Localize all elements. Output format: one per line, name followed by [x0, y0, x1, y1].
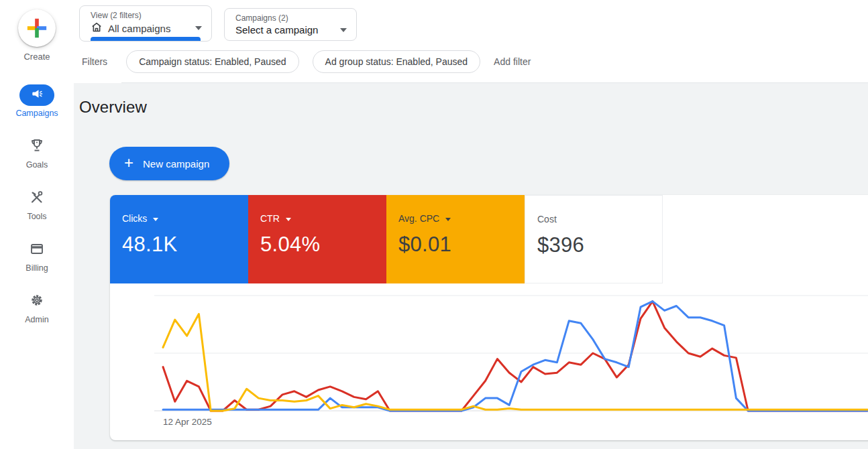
filters-bar: Filters Campaign status: Enabled, Paused… — [79, 50, 868, 82]
scorecard-label: Cost — [537, 214, 557, 224]
chevron-down-icon — [153, 218, 158, 221]
google-ads-app: Create Campaigns — [0, 0, 868, 449]
filter-chip-ad-group-status[interactable]: Ad group status: Enabled, Paused — [313, 50, 480, 73]
add-filter-button[interactable]: Add filter — [494, 56, 531, 67]
overview-content: Overview + New campaign Clicks 48.1K CTR… — [74, 83, 868, 449]
scorecard-label: Clicks — [122, 213, 147, 224]
chevron-down-icon — [195, 26, 202, 30]
megaphone-icon — [30, 87, 44, 103]
sidebar-item-admin[interactable]: Admin — [19, 291, 54, 324]
scorecard-value: 48.1K — [122, 233, 248, 257]
plus-icon: + — [124, 155, 133, 171]
scorecard-clicks[interactable]: Clicks 48.1K — [110, 195, 248, 283]
scorecard-label: Avg. CPC — [398, 213, 439, 224]
chart-series-avg-cpc — [163, 314, 867, 411]
view-dropdown-label: View (2 filters) — [91, 11, 202, 20]
new-campaign-label: New campaign — [143, 158, 209, 170]
line-chart-canvas — [110, 284, 868, 440]
campaign-dropdown-value: Select a campaign — [235, 24, 318, 36]
chart-series-ctr — [163, 302, 867, 411]
active-view-indicator — [91, 37, 201, 41]
create-label: Create — [18, 52, 56, 62]
scorecard-label: CTR — [260, 213, 280, 224]
sidebar-item-billing[interactable]: Billing — [19, 239, 54, 273]
overview-card: Clicks 48.1K CTR 5.04% Avg. CPC $0.01 Co… — [110, 195, 868, 440]
sidebar-item-label: Campaigns — [15, 109, 58, 118]
sidebar-item-label: Tools — [27, 212, 46, 221]
sidebar-item-label: Admin — [25, 315, 48, 324]
wrench-hammer-icon — [29, 189, 45, 208]
chevron-down-icon — [445, 218, 451, 221]
sidebar-item-tools[interactable]: Tools — [19, 188, 54, 221]
campaign-dropdown[interactable]: Campaigns (2) Select a campaign — [224, 8, 357, 41]
home-icon — [91, 21, 103, 35]
campaign-dropdown-label: Campaigns (2) — [235, 13, 347, 23]
topbar: View (2 filters) All campaigns — [74, 0, 868, 83]
scorecard-row: Clicks 48.1K CTR 5.04% Avg. CPC $0.01 Co… — [110, 195, 868, 283]
sidebar-item-campaigns[interactable]: Campaigns — [15, 84, 58, 118]
new-campaign-button[interactable]: + New campaign — [109, 147, 229, 180]
sidebar: Create Campaigns — [0, 0, 74, 449]
view-dropdown-value: All campaigns — [108, 23, 170, 34]
chevron-down-icon — [286, 218, 291, 221]
scorecard-avg-cpc[interactable]: Avg. CPC $0.01 — [386, 195, 525, 283]
sidebar-item-goals[interactable]: Goals — [19, 136, 54, 170]
scorecard-ctr[interactable]: CTR 5.04% — [248, 195, 386, 283]
sidebar-item-label: Goals — [26, 160, 48, 170]
gear-icon — [29, 292, 45, 311]
trophy-icon — [29, 137, 45, 156]
filter-chip-campaign-status[interactable]: Campaign status: Enabled, Paused — [126, 50, 299, 73]
chart-series-clicks — [163, 302, 867, 411]
x-axis-start-label: 12 Apr 2025 — [163, 417, 212, 427]
page-title: Overview — [79, 98, 868, 117]
credit-card-icon — [29, 241, 45, 259]
google-plus-icon — [18, 9, 56, 47]
scorecard-cost[interactable]: Cost $396 — [525, 195, 663, 283]
scorecard-value: $0.01 — [398, 233, 525, 257]
view-dropdown[interactable]: View (2 filters) All campaigns — [79, 5, 212, 42]
chevron-down-icon — [340, 28, 347, 32]
create-button[interactable]: Create — [18, 9, 56, 62]
performance-chart[interactable]: 12 Apr 2025 — [110, 284, 868, 440]
main-area: View (2 filters) All campaigns — [74, 0, 868, 449]
sidebar-item-label: Billing — [25, 263, 48, 273]
scorecard-value: $396 — [537, 233, 662, 257]
scorecard-value: 5.04% — [260, 233, 386, 257]
filters-label: Filters — [82, 56, 107, 67]
